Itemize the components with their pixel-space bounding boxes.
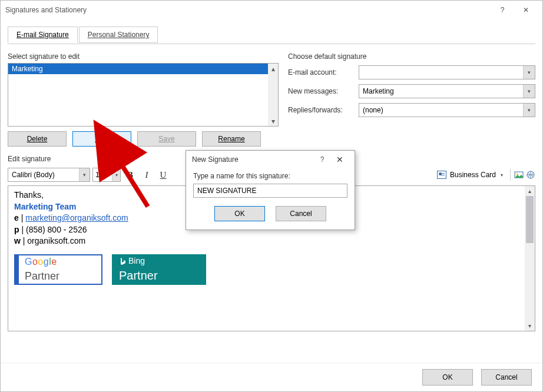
replies-label: Replies/forwards: [288,106,359,114]
tab-personal-stationery[interactable]: Personal Stationery [79,26,158,43]
modal-title: New Signature [192,155,239,164]
email-account-combo[interactable]: ▾ [359,65,535,79]
chevron-down-icon[interactable]: ▾ [79,168,90,181]
bing-icon [119,257,126,265]
window-close-button[interactable]: ✕ [514,1,538,19]
titlebar: Signatures and Stationery ? ✕ [1,1,542,19]
default-signature-title: Choose default signature [288,52,535,61]
sig-email-link[interactable]: marketing@organiksoft.com [25,213,128,222]
italic-button[interactable]: I [140,168,154,182]
dialog-footer: OK Cancel [1,363,542,391]
ok-button[interactable]: OK [422,369,473,386]
signatures-window: Signatures and Stationery ? ✕ E-mail Sig… [0,0,543,392]
cancel-button[interactable]: Cancel [481,369,532,386]
google-partner-badge: Google Partner [14,254,102,285]
chevron-down-icon[interactable]: ▾ [523,85,535,98]
bold-button[interactable]: B [123,168,137,182]
new-messages-label: New messages: [288,87,359,95]
scroll-down-icon[interactable]: ▾ [268,116,278,126]
scroll-up-icon[interactable]: ▴ [268,64,278,74]
tab-email-signature[interactable]: E-mail Signature [8,26,78,43]
picture-button[interactable] [514,170,524,180]
modal-close-button[interactable]: ✕ [331,155,349,164]
new-messages-combo[interactable]: Marketing ▾ [359,84,535,98]
list-item[interactable]: Marketing [8,64,278,74]
tab-label: Personal Stationery [88,31,150,39]
rename-button[interactable]: Rename [202,131,261,147]
chevron-down-icon[interactable]: ▾ [112,168,120,181]
modal-help-button[interactable]: ? [313,155,331,164]
chevron-down-icon[interactable]: ▾ [501,172,503,178]
listbox-scrollbar[interactable]: ▴ ▾ [268,64,278,126]
editor-scrollbar[interactable]: ▴ ▾ [525,186,535,331]
chevron-down-icon[interactable]: ▾ [523,104,535,117]
sig-phone: (858) 800 - 2526 [26,225,87,234]
window-title: Signatures and Stationery [5,6,87,14]
bing-partner-badge: Bing Partner [112,254,206,285]
modal-prompt: Type a name for this signature: [193,172,347,180]
size-combo[interactable]: 10 ▾ [92,168,121,182]
sig-web: organiksoft.com [27,236,85,245]
new-signature-dialog: New Signature ? ✕ Type a name for this s… [186,150,355,230]
underline-button[interactable]: U [156,168,170,182]
delete-button[interactable]: Delete [8,131,67,147]
chevron-down-icon[interactable]: ▾ [523,66,535,79]
business-card-button[interactable]: Business Card ▾ [433,171,506,179]
tab-label: E-mail Signature [16,31,69,39]
modal-ok-button[interactable]: OK [214,206,265,221]
sig-w-label: w [14,236,21,245]
select-signature-label: Select signature to edit [8,52,279,61]
replies-combo[interactable]: (none) ▾ [359,103,535,117]
scroll-down-icon[interactable]: ▾ [525,321,535,331]
modal-cancel-button[interactable]: Cancel [276,206,326,221]
scroll-thumb[interactable] [526,196,534,243]
sig-p-label: p [14,225,19,234]
email-account-label: E-mail account: [288,68,359,77]
font-combo[interactable]: Calibri (Body) ▾ [8,168,90,182]
business-card-icon [437,171,446,179]
hyperlink-button[interactable] [526,170,535,180]
new-button[interactable]: New [72,131,131,147]
signature-listbox[interactable]: Marketing ▴ ▾ [8,63,279,127]
save-button[interactable]: Save [137,131,196,147]
scroll-up-icon[interactable]: ▴ [525,186,535,196]
sig-e-label: e [14,213,19,222]
signature-name-input[interactable] [193,184,347,198]
window-help-button[interactable]: ? [491,1,514,19]
